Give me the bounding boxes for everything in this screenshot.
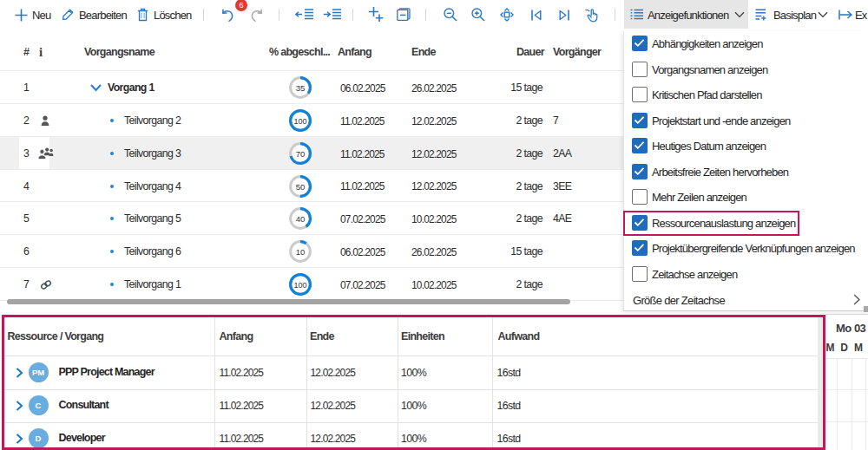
svg-text:35: 35 xyxy=(296,83,306,93)
svg-text:100: 100 xyxy=(293,281,306,290)
svg-text:40: 40 xyxy=(296,214,306,224)
svg-text:50: 50 xyxy=(296,181,306,191)
svg-text:10: 10 xyxy=(296,247,306,257)
svg-text:70: 70 xyxy=(296,149,306,159)
svg-text:100: 100 xyxy=(293,117,306,126)
